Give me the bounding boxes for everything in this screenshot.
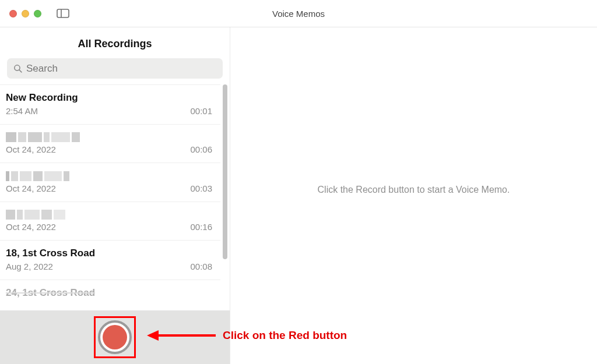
titlebar: Voice Memos — [0, 0, 597, 27]
zoom-window-button[interactable] — [34, 10, 41, 17]
list-item[interactable]: New Recording 2:54 AM 00:01 — [0, 84, 220, 125]
list-item[interactable]: Oct 24, 2022 00:03 — [0, 163, 220, 202]
recording-date: Oct 24, 2022 — [6, 183, 56, 193]
list-item[interactable]: Oct 24, 2022 00:06 — [0, 125, 220, 163]
sidebar: All Recordings New Recording 2:54 AM 00:… — [0, 27, 230, 364]
list-item[interactable]: 18, 1st Cross Road Aug 2, 2022 00:08 — [0, 241, 220, 280]
search-field[interactable] — [7, 58, 223, 79]
record-icon — [103, 325, 127, 349]
recording-date: Oct 24, 2022 — [6, 222, 56, 232]
recording-title: New Recording — [6, 92, 212, 104]
main-panel: Click the Record button to start a Voice… — [230, 27, 597, 364]
recordings-list: New Recording 2:54 AM 00:01 Oct 24, 2022… — [0, 84, 230, 310]
list-item[interactable]: 24, 1st Cross Road — [0, 280, 220, 299]
minimize-window-button[interactable] — [22, 10, 29, 17]
record-bar — [0, 310, 230, 364]
close-window-button[interactable] — [9, 10, 17, 17]
recording-duration: 00:01 — [190, 106, 212, 116]
list-item[interactable]: Oct 24, 2022 00:16 — [0, 202, 220, 241]
recording-duration: 00:03 — [190, 183, 212, 193]
recording-date: 2:54 AM — [6, 106, 38, 116]
record-button[interactable] — [98, 320, 132, 354]
recording-duration: 00:06 — [190, 144, 212, 154]
recording-date: Aug 2, 2022 — [6, 261, 53, 271]
redacted-title — [6, 132, 82, 142]
redacted-title — [6, 210, 67, 220]
sidebar-heading: All Recordings — [0, 27, 230, 58]
svg-line-3 — [19, 70, 22, 72]
svg-rect-0 — [57, 9, 69, 17]
empty-state-text: Click the Record button to start a Voice… — [318, 185, 510, 195]
recording-duration: 00:16 — [190, 222, 212, 232]
recording-duration: 00:08 — [190, 261, 212, 271]
search-icon — [13, 63, 23, 73]
scrollbar[interactable] — [223, 84, 227, 259]
recording-title: 24, 1st Cross Road — [6, 287, 212, 299]
search-input[interactable] — [26, 63, 217, 75]
redacted-title — [6, 171, 71, 181]
sidebar-toggle-icon[interactable] — [57, 9, 69, 18]
window-controls — [9, 10, 41, 17]
annotation-highlight-box — [94, 316, 136, 358]
recording-title: 18, 1st Cross Road — [6, 248, 212, 259]
recording-date: Oct 24, 2022 — [6, 144, 56, 154]
window-title: Voice Memos — [272, 9, 325, 19]
